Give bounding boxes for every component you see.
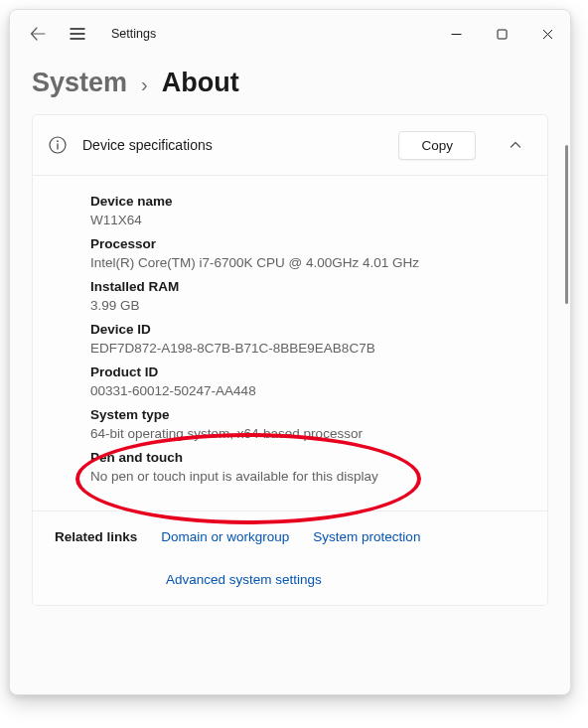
scrollbar[interactable] <box>565 145 568 681</box>
titlebar: Settings <box>10 10 570 58</box>
svg-point-2 <box>57 140 59 142</box>
link-advanced-system-settings[interactable]: Advanced system settings <box>166 572 322 587</box>
minimize-button[interactable] <box>433 18 479 50</box>
close-button[interactable] <box>524 18 570 50</box>
spec-value: W11X64 <box>90 213 531 227</box>
maximize-icon <box>497 29 508 40</box>
svg-rect-0 <box>498 30 507 39</box>
related-links-section: Related links Domain or workgroup System… <box>33 510 547 605</box>
link-domain-workgroup[interactable]: Domain or workgroup <box>161 529 289 544</box>
spec-value: 3.99 GB <box>90 298 531 313</box>
content-area: Device specifications Copy Device name W… <box>10 114 570 694</box>
spec-label: Installed RAM <box>90 279 531 294</box>
spec-row: Pen and touch No pen or touch input is a… <box>90 450 531 484</box>
info-icon <box>49 136 67 154</box>
settings-window: Settings System › About Device specifica… <box>9 9 571 695</box>
spec-label: Pen and touch <box>90 450 531 465</box>
collapse-button[interactable] <box>500 129 531 161</box>
card-body: Device name W11X64 Processor Intel(R) Co… <box>33 175 547 510</box>
spec-row: Product ID 00331-60012-50247-AA448 <box>90 364 531 398</box>
spec-label: System type <box>90 407 531 422</box>
chevron-up-icon <box>509 138 522 152</box>
device-specifications-card: Device specifications Copy Device name W… <box>32 114 548 606</box>
copy-button[interactable]: Copy <box>398 131 476 160</box>
spec-value: 00331-60012-50247-AA448 <box>90 383 531 398</box>
scrollbar-thumb[interactable] <box>565 145 568 304</box>
spec-row: Installed RAM 3.99 GB <box>90 279 531 313</box>
hamburger-icon <box>70 27 85 41</box>
spec-row: Device name W11X64 <box>90 194 531 227</box>
spec-value: 64-bit operating system, x64-based proce… <box>90 426 531 441</box>
spec-row: System type 64-bit operating system, x64… <box>90 407 531 441</box>
back-arrow-icon <box>30 26 46 42</box>
spec-label: Device name <box>90 194 531 209</box>
breadcrumb-current: About <box>162 68 239 98</box>
spec-label: Processor <box>90 236 531 251</box>
card-title: Device specifications <box>82 137 382 153</box>
back-button[interactable] <box>18 14 58 54</box>
spec-label: Device ID <box>90 322 531 337</box>
breadcrumb: System › About <box>10 58 570 114</box>
spec-label: Product ID <box>90 364 531 379</box>
related-links-label: Related links <box>55 529 137 544</box>
breadcrumb-parent[interactable]: System <box>32 68 127 98</box>
close-icon <box>542 29 553 40</box>
maximize-button[interactable] <box>479 18 524 50</box>
link-system-protection[interactable]: System protection <box>313 529 420 544</box>
spec-row: Processor Intel(R) Core(TM) i7-6700K CPU… <box>90 236 531 270</box>
spec-value: Intel(R) Core(TM) i7-6700K CPU @ 4.00GHz… <box>90 255 531 270</box>
spec-value: No pen or touch input is available for t… <box>90 469 531 484</box>
spec-value: EDF7D872-A198-8C7B-B71C-8BBE9EAB8C7B <box>90 341 531 356</box>
minimize-icon <box>451 29 462 40</box>
card-header[interactable]: Device specifications Copy <box>33 115 547 175</box>
app-title: Settings <box>111 27 156 41</box>
chevron-right-icon: › <box>141 73 148 96</box>
nav-menu-button[interactable] <box>58 14 97 54</box>
spec-row: Device ID EDF7D872-A198-8C7B-B71C-8BBE9E… <box>90 322 531 356</box>
window-controls <box>433 18 570 50</box>
